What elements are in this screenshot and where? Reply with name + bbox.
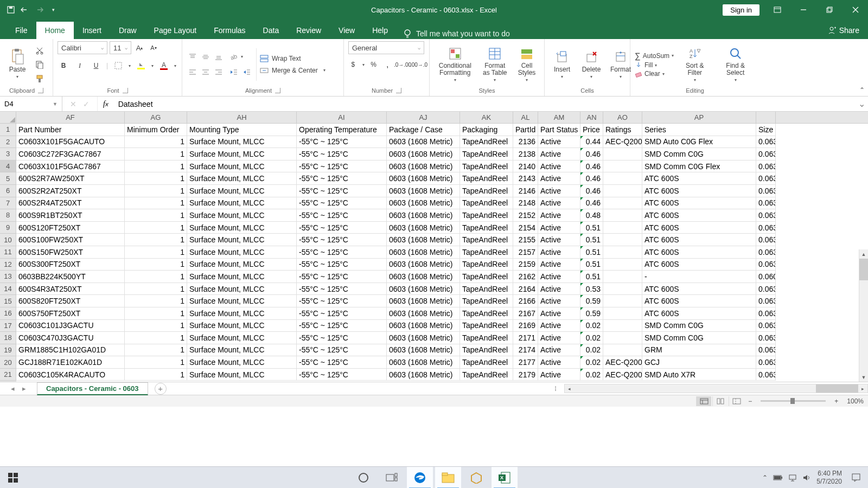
header-cell[interactable]: Operating Temperature <box>297 124 387 136</box>
cell[interactable]: ATC 600S <box>642 295 756 307</box>
cell[interactable] <box>603 246 642 259</box>
cell[interactable]: ATC 600S <box>642 246 756 259</box>
align-bottom-icon[interactable] <box>213 51 225 63</box>
underline-button[interactable]: U <box>90 60 102 72</box>
cell[interactable]: 0.063 <box>756 307 776 320</box>
row-header-10[interactable]: 10 <box>0 234 16 246</box>
cell[interactable]: 0603 (1608 Metric) <box>387 295 460 307</box>
page-break-view-icon[interactable] <box>729 396 744 406</box>
cell[interactable] <box>603 271 642 283</box>
cell[interactable]: Surface Mount, MLCC <box>187 222 297 234</box>
cell[interactable]: TapeAndReel <box>460 136 513 149</box>
app-icon[interactable] <box>463 467 489 489</box>
cell[interactable] <box>603 295 642 307</box>
font-name-dropdown[interactable]: Calibri⌵ <box>58 41 107 54</box>
cell[interactable]: TapeAndReel <box>460 246 513 259</box>
cell[interactable]: 2162 <box>513 271 538 283</box>
cell[interactable]: -55°C ~ 125°C <box>297 332 387 344</box>
merge-center-button[interactable]: Merge & Center▾ <box>260 67 326 74</box>
cell[interactable]: TapeAndReel <box>460 197 513 210</box>
cell[interactable]: Active <box>538 234 580 246</box>
cell[interactable]: 0.02 <box>580 332 603 344</box>
cell[interactable]: Active <box>538 259 580 271</box>
cancel-formula-icon[interactable]: ✕ <box>70 100 76 108</box>
cell[interactable]: Surface Mount, MLCC <box>187 136 297 149</box>
col-header-AJ[interactable]: AJ <box>387 112 460 123</box>
cell[interactable]: 0603 (1608 Metric) <box>387 172 460 185</box>
cell[interactable]: -55°C ~ 125°C <box>297 320 387 332</box>
align-middle-icon[interactable] <box>200 51 212 63</box>
cell[interactable]: 0603 (1608 Metric) <box>387 320 460 332</box>
cell[interactable]: ATC 600S <box>642 259 756 271</box>
cut-icon[interactable] <box>34 44 46 56</box>
cell[interactable]: Active <box>538 356 580 369</box>
cell[interactable]: 2179 <box>513 369 538 381</box>
cell[interactable]: Surface Mount, MLCC <box>187 283 297 296</box>
cell[interactable]: C0603X101F5GACAUTO <box>16 136 125 149</box>
row-header-14[interactable]: 14 <box>0 283 16 296</box>
cell[interactable]: 0603 (1608 Metric) <box>387 283 460 296</box>
header-cell[interactable]: PartId <box>513 124 538 136</box>
header-cell[interactable]: Size <box>756 124 776 136</box>
font-color-icon[interactable]: A <box>158 60 170 72</box>
col-header-AH[interactable]: AH <box>187 112 297 123</box>
header-cell[interactable]: Mounting Type <box>187 124 297 136</box>
taskbar-clock[interactable]: 6:40 PM5/7/2020 <box>816 470 842 485</box>
cell[interactable]: SMD Comm C0G Flex <box>642 160 756 173</box>
cell[interactable]: 600S100FW250XT <box>16 234 125 246</box>
comma-format-icon[interactable]: , <box>382 59 392 70</box>
cell[interactable]: -55°C ~ 125°C <box>297 369 387 381</box>
decrease-font-icon[interactable]: A▾ <box>148 42 159 54</box>
col-header-AK[interactable]: AK <box>460 112 513 123</box>
percent-format-icon[interactable]: % <box>369 59 379 70</box>
cell[interactable]: 600S150FW250XT <box>16 246 125 259</box>
cell[interactable]: TapeAndReel <box>460 332 513 344</box>
cell[interactable]: TapeAndReel <box>460 307 513 320</box>
cell[interactable]: 600S2R7AW250XT <box>16 172 125 185</box>
cell[interactable]: 2154 <box>513 222 538 234</box>
cell[interactable]: 0603 (1608 Metric) <box>387 148 460 160</box>
font-size-dropdown[interactable]: 11⌵ <box>110 41 131 54</box>
insert-cells-button[interactable]: Insert▾ <box>549 48 575 80</box>
cell[interactable]: TapeAndReel <box>460 148 513 160</box>
header-cell[interactable]: Ratings <box>603 124 642 136</box>
cell[interactable]: 0603BB224K500YT <box>16 271 125 283</box>
cell[interactable]: TapeAndReel <box>460 234 513 246</box>
cell[interactable]: ATC 600S <box>642 234 756 246</box>
cell[interactable]: Active <box>538 160 580 173</box>
decrease-indent-icon[interactable] <box>228 66 240 78</box>
cell[interactable]: TapeAndReel <box>460 356 513 369</box>
tab-data[interactable]: Data <box>254 22 288 39</box>
cell[interactable]: 0.48 <box>580 209 603 222</box>
cell[interactable]: 600S2R2AT250XT <box>16 185 125 197</box>
cell[interactable]: 1 <box>125 209 187 222</box>
cell[interactable]: 0.46 <box>580 148 603 160</box>
orientation-icon[interactable]: ab <box>228 51 240 63</box>
cell[interactable]: -55°C ~ 125°C <box>297 160 387 173</box>
cell[interactable]: 0603 (1608 Metric) <box>387 271 460 283</box>
cell[interactable]: 600S300FT250XT <box>16 259 125 271</box>
sheet-nav-prev-icon[interactable]: ◂ <box>11 384 15 393</box>
select-all-corner[interactable] <box>0 112 16 123</box>
cell[interactable]: C0603C272F3GAC7867 <box>16 148 125 160</box>
vertical-scrollbar[interactable]: ▲▼ <box>859 249 868 382</box>
cell[interactable]: 2174 <box>513 344 538 357</box>
header-cell[interactable]: Minimum Order <box>125 124 187 136</box>
tab-home[interactable]: Home <box>36 22 74 39</box>
cell[interactable]: 0.53 <box>580 283 603 296</box>
cell[interactable]: Active <box>538 295 580 307</box>
accounting-format-icon[interactable]: $ <box>348 59 358 70</box>
cell[interactable]: 0.02 <box>580 320 603 332</box>
decrease-decimal-icon[interactable]: .00→.0 <box>413 59 425 70</box>
minimize-icon[interactable] <box>791 0 816 20</box>
cell[interactable]: SMD Auto C0G Flex <box>642 136 756 149</box>
cell[interactable]: 0603 (1608 Metric) <box>387 222 460 234</box>
cell[interactable]: 0.51 <box>580 271 603 283</box>
cell[interactable]: 0.063 <box>756 136 776 149</box>
row-header-15[interactable]: 15 <box>0 295 16 307</box>
cell[interactable]: 0.44 <box>580 136 603 149</box>
ribbon-display-icon[interactable] <box>765 0 790 20</box>
cell[interactable]: TapeAndReel <box>460 283 513 296</box>
cell[interactable]: -55°C ~ 125°C <box>297 246 387 259</box>
cell[interactable]: Active <box>538 136 580 149</box>
